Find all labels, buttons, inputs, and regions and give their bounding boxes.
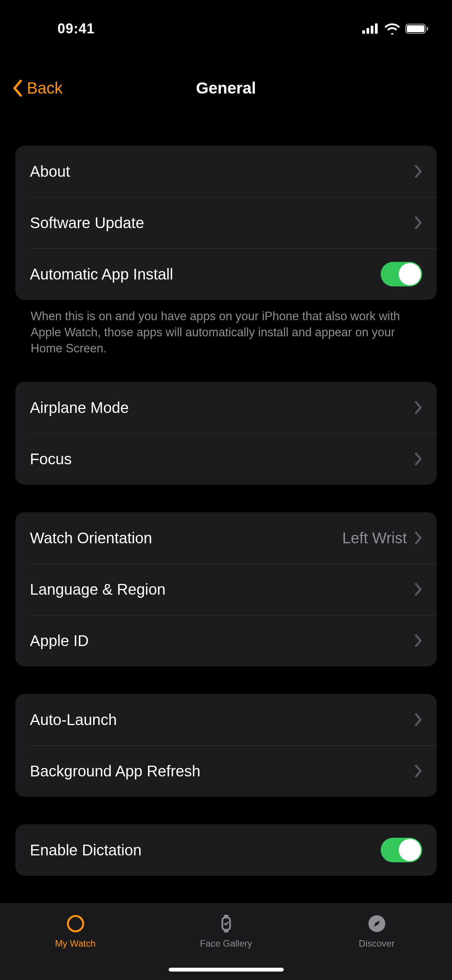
row-value: Left Wrist (342, 529, 407, 547)
svg-rect-9 (407, 25, 424, 32)
svg-rect-3 (375, 23, 378, 34)
chevron-right-icon (414, 216, 422, 229)
chevron-right-icon (414, 765, 422, 778)
chevron-right-icon (414, 401, 422, 414)
watch-icon (65, 913, 86, 934)
row-label: About (30, 163, 414, 180)
svg-rect-6 (371, 33, 373, 34)
compass-icon (366, 913, 388, 934)
svg-rect-1 (367, 28, 369, 34)
chevron-left-icon (12, 79, 23, 97)
page-title: General (196, 79, 256, 97)
group-device: Watch Orientation Left Wrist Language & … (15, 512, 437, 666)
tab-label: Discover (359, 938, 394, 949)
row-auto-launch[interactable]: Auto-Launch (15, 694, 437, 745)
toggle-knob (399, 263, 421, 285)
battery-icon (405, 23, 429, 35)
svg-rect-4 (362, 33, 365, 34)
screen: 09:41 (0, 0, 452, 980)
back-label: Back (27, 79, 62, 97)
group-apps: Auto-Launch Background App Refresh (15, 694, 437, 797)
home-indicator[interactable] (169, 968, 284, 972)
back-button[interactable]: Back (12, 79, 62, 97)
cellular-signal-icon (362, 23, 379, 34)
row-software-update[interactable]: Software Update (15, 197, 437, 248)
row-about[interactable]: About (15, 146, 437, 197)
row-label: Apple ID (30, 632, 414, 649)
row-label: Language & Region (30, 581, 414, 598)
svg-rect-7 (375, 33, 378, 34)
svg-rect-14 (224, 915, 228, 917)
row-apple-id[interactable]: Apple ID (15, 615, 437, 666)
row-airplane-mode[interactable]: Airplane Mode (15, 382, 437, 433)
chevron-right-icon (414, 583, 422, 596)
row-automatic-app-install[interactable]: Automatic App Install (15, 248, 437, 300)
group-modes: Airplane Mode Focus (15, 382, 437, 485)
tab-discover[interactable]: Discover (301, 904, 452, 980)
svg-rect-5 (367, 33, 369, 34)
group-general-top: About Software Update Automatic App Inst… (15, 146, 437, 300)
nav-bar: Back General (0, 65, 452, 111)
chevron-right-icon (414, 452, 422, 465)
row-label: Software Update (30, 214, 414, 232)
row-label: Watch Orientation (30, 529, 342, 547)
tab-label: Face Gallery (200, 938, 252, 949)
group-dictation: Enable Dictation (15, 824, 437, 876)
automatic-app-install-footer: When this is on and you have apps on you… (15, 308, 437, 357)
chevron-right-icon (414, 634, 422, 647)
chevron-right-icon (414, 531, 422, 544)
tab-label: My Watch (55, 938, 96, 949)
enable-dictation-toggle[interactable] (381, 838, 422, 862)
svg-point-12 (80, 917, 82, 919)
status-icons (362, 12, 429, 35)
svg-rect-2 (371, 26, 373, 34)
face-gallery-icon (215, 913, 237, 934)
row-language-region[interactable]: Language & Region (15, 564, 437, 615)
row-label: Auto-Launch (30, 711, 414, 728)
row-enable-dictation[interactable]: Enable Dictation (15, 824, 437, 876)
automatic-app-install-toggle[interactable] (381, 262, 422, 286)
wifi-icon (385, 23, 400, 35)
toggle-knob (399, 839, 421, 861)
tab-my-watch[interactable]: My Watch (0, 904, 151, 980)
svg-rect-10 (427, 27, 428, 31)
svg-rect-15 (224, 931, 228, 932)
chevron-right-icon (414, 713, 422, 726)
row-watch-orientation[interactable]: Watch Orientation Left Wrist (15, 512, 437, 564)
row-label: Focus (30, 451, 414, 468)
row-label: Airplane Mode (30, 399, 414, 416)
row-background-app-refresh[interactable]: Background App Refresh (15, 745, 437, 797)
chevron-right-icon (414, 165, 422, 178)
row-label: Enable Dictation (30, 842, 381, 859)
settings-content[interactable]: About Software Update Automatic App Inst… (0, 146, 452, 896)
row-label: Background App Refresh (30, 763, 414, 780)
status-bar: 09:41 (0, 0, 452, 46)
row-label: Automatic App Install (30, 266, 381, 283)
status-time: 09:41 (35, 9, 95, 37)
row-focus[interactable]: Focus (15, 433, 437, 485)
